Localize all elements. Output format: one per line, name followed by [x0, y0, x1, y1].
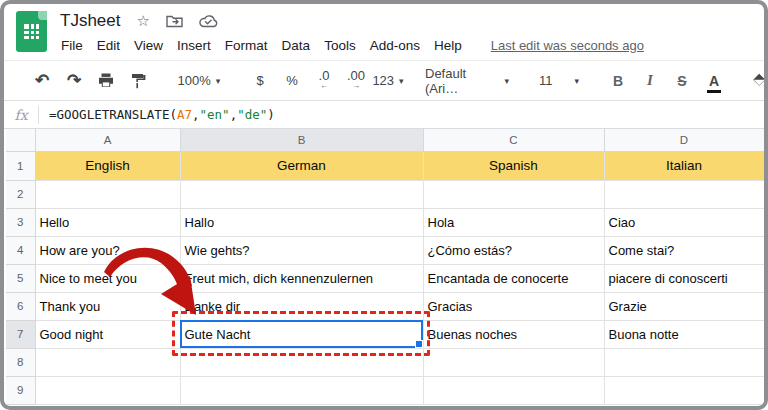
cell-a3[interactable]: Hello	[35, 208, 180, 236]
cell-d8[interactable]	[604, 348, 764, 376]
cell-c8[interactable]	[423, 348, 604, 376]
cell-d3[interactable]: Ciao	[604, 208, 764, 236]
row-header-7[interactable]: 7	[6, 320, 35, 348]
percent-format-button[interactable]: %	[279, 68, 305, 94]
font-name: Default (Ari…	[425, 66, 499, 96]
cell-a1[interactable]: English	[35, 151, 180, 180]
formula-token-default: =GOOGLETRANSLATE(	[49, 107, 177, 122]
menu-item-add-ons[interactable]: Add-ons	[363, 35, 427, 56]
corner-box[interactable]	[6, 129, 35, 151]
cell-d4[interactable]: Come stai?	[604, 236, 764, 264]
cell-b3[interactable]: Hallo	[180, 208, 423, 236]
fill-color-icon[interactable]	[747, 68, 768, 94]
cell-b2[interactable]	[180, 180, 423, 208]
cell-c6[interactable]: Gracias	[423, 292, 604, 320]
menu-item-help[interactable]: Help	[427, 35, 469, 56]
cell-b5[interactable]: Freut mich, dich kennenzulernen	[180, 264, 423, 292]
cell-b7[interactable]: Gute Nacht	[180, 320, 423, 348]
table-row: 2	[6, 180, 764, 208]
font-select[interactable]: Default (Ari… ▾	[421, 68, 513, 94]
header: TJsheet ☆ FileEditViewInsertFormatDataTo…	[4, 4, 764, 60]
menu-item-data[interactable]: Data	[275, 35, 318, 56]
cell-d1[interactable]: Italian	[604, 151, 764, 180]
zoom-select[interactable]: 100% ▾	[171, 68, 227, 94]
column-header-c[interactable]: C	[423, 129, 604, 151]
table-row: 1EnglishGermanSpanishItalian	[6, 151, 764, 180]
row-header-6[interactable]: 6	[6, 292, 35, 320]
formula-token-string: "de"	[237, 107, 267, 122]
cell-d6[interactable]: Grazie	[604, 292, 764, 320]
cell-a9[interactable]	[35, 376, 180, 404]
cell-d2[interactable]	[604, 180, 764, 208]
cell-c1[interactable]: Spanish	[423, 151, 604, 180]
cell-b8[interactable]	[180, 348, 423, 376]
toolbar: ↶ ↷ 100% ▾ $ % .0 ←	[4, 60, 764, 101]
move-folder-icon[interactable]	[166, 14, 183, 28]
cell-c9[interactable]	[423, 376, 604, 404]
menu-bar: FileEditViewInsertFormatDataToolsAdd-ons…	[4, 32, 764, 58]
menu-item-view[interactable]: View	[127, 35, 170, 56]
row-header-9[interactable]: 9	[6, 376, 35, 404]
row-header-1[interactable]: 1	[6, 151, 35, 180]
row-header-4[interactable]: 4	[6, 236, 35, 264]
formula-token-default: )	[267, 107, 275, 122]
cell-c5[interactable]: Encantada de conocerte	[423, 264, 604, 292]
text-color-label: A	[709, 73, 719, 89]
menu-item-format[interactable]: Format	[218, 35, 275, 56]
menu-item-insert[interactable]: Insert	[170, 35, 218, 56]
cell-a7[interactable]: Good night	[35, 320, 180, 348]
cell-a4[interactable]: How are you?	[35, 236, 180, 264]
column-header-b[interactable]: B	[180, 129, 423, 151]
column-header-d[interactable]: D	[604, 129, 764, 151]
fx-icon: fx	[4, 107, 38, 123]
sheets-logo-icon[interactable]	[16, 11, 47, 52]
cell-d9[interactable]	[604, 376, 764, 404]
chevron-down-icon: ▾	[216, 76, 221, 86]
row-header-5[interactable]: 5	[6, 264, 35, 292]
formula-input[interactable]: =GOOGLETRANSLATE(A7,"en","de")	[49, 107, 275, 122]
cell-c3[interactable]: Hola	[423, 208, 604, 236]
cell-a5[interactable]: Nice to meet you	[35, 264, 180, 292]
cloud-check-icon[interactable]	[199, 15, 218, 28]
currency-format-button[interactable]: $	[247, 68, 273, 94]
cell-c4[interactable]: ¿Cómo estás?	[423, 236, 604, 264]
zoom-value: 100%	[178, 73, 211, 88]
cell-d5[interactable]: piacere di conoscerti	[604, 264, 764, 292]
menu-item-tools[interactable]: Tools	[317, 35, 363, 56]
cell-c7[interactable]: Buenas noches	[423, 320, 604, 348]
cell-b1[interactable]: German	[180, 151, 423, 180]
increase-decimal-button[interactable]: .00 →	[343, 68, 369, 94]
print-icon[interactable]	[93, 68, 119, 94]
menu-item-edit[interactable]: Edit	[90, 35, 127, 56]
bold-button[interactable]: B	[605, 68, 631, 94]
column-header-a[interactable]: A	[35, 129, 180, 151]
table-row: 4How are you?Wie gehts?¿Cómo estás?Come …	[6, 236, 764, 264]
arrow-right-icon: →	[352, 81, 360, 91]
font-size-value: 11	[539, 73, 553, 88]
cell-a8[interactable]	[35, 348, 180, 376]
cell-a2[interactable]	[35, 180, 180, 208]
cell-d7[interactable]: Buona notte	[604, 320, 764, 348]
cell-b6[interactable]: Danke dir	[180, 292, 423, 320]
cell-b4[interactable]: Wie gehts?	[180, 236, 423, 264]
redo-icon[interactable]: ↷	[61, 68, 87, 94]
row-header-3[interactable]: 3	[6, 208, 35, 236]
strikethrough-button[interactable]: S	[669, 68, 695, 94]
cell-b9[interactable]	[180, 376, 423, 404]
undo-icon[interactable]: ↶	[29, 68, 55, 94]
paint-format-icon[interactable]	[125, 68, 151, 94]
row-header-2[interactable]: 2	[6, 180, 35, 208]
cell-a6[interactable]: Thank you	[35, 292, 180, 320]
italic-button[interactable]: I	[637, 68, 663, 94]
star-icon[interactable]: ☆	[136, 12, 149, 30]
font-size-select[interactable]: 11 ▾	[533, 68, 585, 94]
more-formats-button[interactable]: 123 ▾	[375, 68, 401, 94]
document-title[interactable]: TJsheet	[60, 11, 120, 31]
menu-item-file[interactable]: File	[54, 35, 90, 56]
decrease-decimal-button[interactable]: .0 ←	[311, 68, 337, 94]
row-header-8[interactable]: 8	[6, 348, 35, 376]
formula-token-string: "en"	[200, 107, 230, 122]
last-edit-status[interactable]: Last edit was seconds ago	[491, 38, 644, 53]
cell-c2[interactable]	[423, 180, 604, 208]
text-color-button[interactable]: A	[701, 68, 727, 94]
